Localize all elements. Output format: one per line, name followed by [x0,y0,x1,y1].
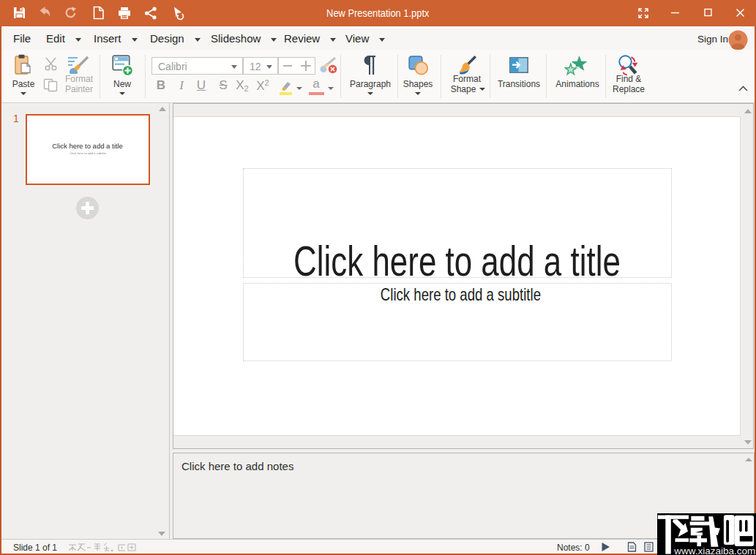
svg-text:www.xiazaiba.com: www.xiazaiba.com [673,545,755,555]
